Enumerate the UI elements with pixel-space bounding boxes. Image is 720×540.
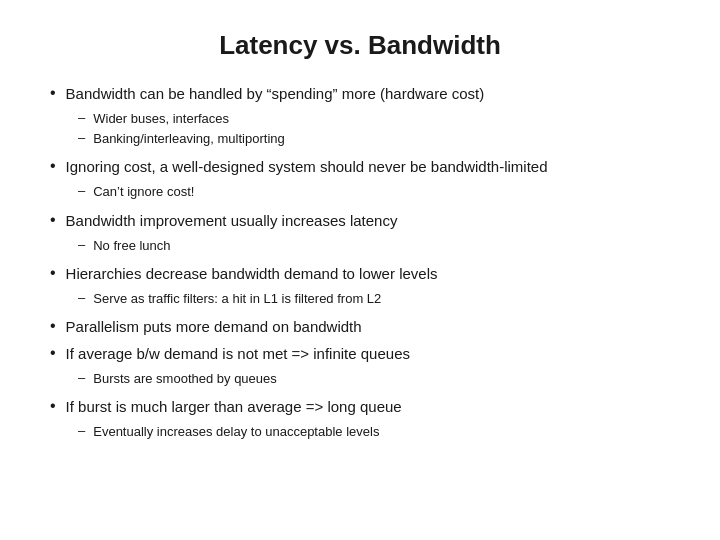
bullet-item-7: • If burst is much larger than average =… xyxy=(50,396,670,417)
sub-item-4a: – Serve as traffic filters: a hit in L1 … xyxy=(78,290,670,308)
slide-content: • Bandwidth can be handled by “spending”… xyxy=(50,83,670,510)
bullet-item-6: • If average b/w demand is not met => in… xyxy=(50,343,670,364)
sub-text-2a: Can’t ignore cost! xyxy=(93,183,194,201)
sub-dash-1a: – xyxy=(78,110,85,125)
bullet-item-3: • Bandwidth improvement usually increase… xyxy=(50,210,670,231)
sub-items-6: – Bursts are smoothed by queues xyxy=(78,370,670,390)
bullet-text-4: Hierarchies decrease bandwidth demand to… xyxy=(66,263,438,284)
sub-dash-6a: – xyxy=(78,370,85,385)
sub-dash-3a: – xyxy=(78,237,85,252)
sub-item-2a: – Can’t ignore cost! xyxy=(78,183,670,201)
sub-dash-2a: – xyxy=(78,183,85,198)
bullet-dot-6: • xyxy=(50,344,56,362)
bullet-text-5: Parallelism puts more demand on bandwidt… xyxy=(66,316,362,337)
bullet-item-2: • Ignoring cost, a well-designed system … xyxy=(50,156,670,177)
sub-items-1: – Wider buses, interfaces – Banking/inte… xyxy=(78,110,670,150)
bullet-dot-1: • xyxy=(50,84,56,102)
sub-text-7a: Eventually increases delay to unacceptab… xyxy=(93,423,379,441)
sub-items-2: – Can’t ignore cost! xyxy=(78,183,670,203)
sub-item-1a: – Wider buses, interfaces xyxy=(78,110,670,128)
sub-text-3a: No free lunch xyxy=(93,237,170,255)
sub-items-7: – Eventually increases delay to unaccept… xyxy=(78,423,670,443)
sub-items-3: – No free lunch xyxy=(78,237,670,257)
bullet-dot-4: • xyxy=(50,264,56,282)
bullet-text-6: If average b/w demand is not met => infi… xyxy=(66,343,410,364)
slide: Latency vs. Bandwidth • Bandwidth can be… xyxy=(0,0,720,540)
slide-title: Latency vs. Bandwidth xyxy=(50,30,670,61)
bullet-text-1: Bandwidth can be handled by “spending” m… xyxy=(66,83,485,104)
bullet-text-2: Ignoring cost, a well-designed system sh… xyxy=(66,156,548,177)
bullet-dot-5: • xyxy=(50,317,56,335)
sub-item-7a: – Eventually increases delay to unaccept… xyxy=(78,423,670,441)
sub-dash-7a: – xyxy=(78,423,85,438)
bullet-text-7: If burst is much larger than average => … xyxy=(66,396,402,417)
bullet-dot-7: • xyxy=(50,397,56,415)
sub-item-1b: – Banking/interleaving, multiporting xyxy=(78,130,670,148)
sub-dash-4a: – xyxy=(78,290,85,305)
sub-text-6a: Bursts are smoothed by queues xyxy=(93,370,277,388)
sub-text-4a: Serve as traffic filters: a hit in L1 is… xyxy=(93,290,381,308)
sub-text-1a: Wider buses, interfaces xyxy=(93,110,229,128)
sub-item-6a: – Bursts are smoothed by queues xyxy=(78,370,670,388)
sub-text-1b: Banking/interleaving, multiporting xyxy=(93,130,285,148)
bullet-text-3: Bandwidth improvement usually increases … xyxy=(66,210,398,231)
sub-items-4: – Serve as traffic filters: a hit in L1 … xyxy=(78,290,670,310)
bullet-item-5: • Parallelism puts more demand on bandwi… xyxy=(50,316,670,337)
bullet-dot-3: • xyxy=(50,211,56,229)
sub-dash-1b: – xyxy=(78,130,85,145)
bullet-item-4: • Hierarchies decrease bandwidth demand … xyxy=(50,263,670,284)
bullet-dot-2: • xyxy=(50,157,56,175)
sub-item-3a: – No free lunch xyxy=(78,237,670,255)
bullet-item-1: • Bandwidth can be handled by “spending”… xyxy=(50,83,670,104)
